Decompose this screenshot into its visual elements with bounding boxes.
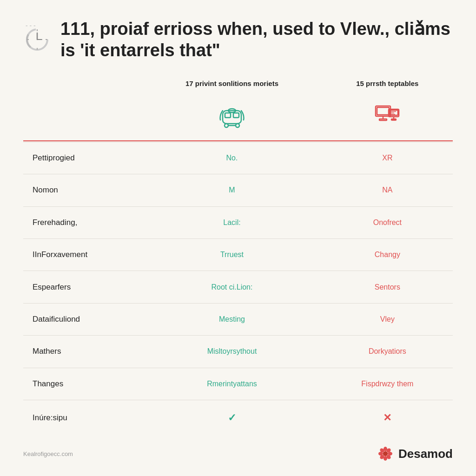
comparison-table: 17 privint sonlitions moriets 15 prrsth …	[23, 75, 453, 436]
row-col1-value: Lacil:	[142, 206, 322, 238]
svg-rect-11	[233, 113, 239, 118]
footer-brand: Desamod	[377, 445, 453, 462]
col1-icon	[142, 92, 322, 141]
table-row: Inúre:sipu✓✕	[23, 400, 453, 436]
col2-header: 15 prrsth teptables	[322, 75, 453, 92]
row-col2-value: Vley	[322, 303, 453, 335]
col2-icon	[322, 92, 453, 141]
row-label: Inúre:sipu	[23, 400, 142, 436]
footer: Kealrofigoecc.com Desamod	[23, 438, 453, 462]
svg-point-13	[236, 124, 239, 127]
table-row: DataificuliondMestingVley	[23, 303, 453, 335]
row-col1-value: Root ci.Lion:	[142, 271, 322, 303]
row-col1-value: No.	[142, 142, 322, 174]
page-title: 111, proiaf errioss when, used to Vlew.,…	[60, 19, 453, 61]
table-row: IInForxavementTrruestChangy	[23, 238, 453, 271]
row-label: Thanges	[23, 368, 142, 400]
row-col1-value: Misltoyrsythout	[142, 336, 322, 368]
icon-row-empty	[23, 92, 142, 141]
row-col2-value: NA	[322, 174, 453, 206]
svg-text:- - -: - - -	[26, 22, 36, 29]
row-col2-value: Dorkyatiors	[322, 336, 453, 368]
page: - - - 111, proiaf errioss when, used to …	[0, 0, 476, 476]
row-col2-value: Fispdrwzy them	[322, 368, 453, 400]
col-label-header	[23, 75, 142, 92]
footer-website: Kealrofigoecc.com	[23, 450, 73, 457]
svg-point-36	[383, 451, 388, 456]
row-col1-value: Mesting	[142, 303, 322, 335]
spinner-icon: - - -	[23, 21, 51, 58]
row-col2-value: ✕	[322, 400, 453, 436]
svg-point-12	[225, 124, 228, 127]
row-label: Pettiprogied	[23, 142, 142, 174]
svg-rect-17	[377, 107, 389, 115]
table-row: ThangesRmerintyattansFispdrwzy them	[23, 368, 453, 400]
row-label: Espearfers	[23, 271, 142, 303]
row-col2-value: XR	[322, 142, 453, 174]
col1-header: 17 privint sonlitions moriets	[142, 75, 322, 92]
header: - - - 111, proiaf errioss when, used to …	[23, 19, 453, 61]
row-label: Nomon	[23, 174, 142, 206]
row-label: Frerehading,	[23, 206, 142, 238]
row-col1-value: ✓	[142, 400, 322, 436]
svg-rect-19	[379, 119, 387, 120]
row-label: Dataificuliond	[23, 303, 142, 335]
row-col2-value: Onofrect	[322, 206, 453, 238]
flower-icon	[377, 445, 394, 462]
row-col1-value: Rmerintyattans	[142, 368, 322, 400]
table-row: PettiprogiedNo.XR	[23, 142, 453, 174]
table-row: NomonMNA	[23, 174, 453, 206]
svg-rect-10	[225, 113, 231, 118]
row-col1-value: Trruest	[142, 238, 322, 271]
row-label: Mathers	[23, 336, 142, 368]
svg-rect-23	[391, 119, 396, 120]
table-row: MathersMisltoyrsythoutDorkyatiors	[23, 336, 453, 368]
table-row: EspearfersRoot ci.Lion:Sentors	[23, 271, 453, 303]
row-col2-value: Changy	[322, 238, 453, 271]
row-col1-value: M	[142, 174, 322, 206]
row-col2-value: Sentors	[322, 271, 453, 303]
brand-name: Desamod	[398, 447, 453, 461]
row-label: IInForxavement	[23, 238, 142, 271]
table-row: Frerehading,Lacil:Onofrect	[23, 206, 453, 238]
